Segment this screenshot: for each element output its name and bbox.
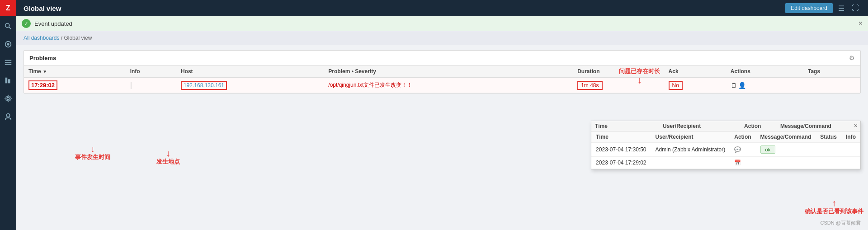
host-value[interactable]: 192.168.130.161 (181, 81, 227, 90)
popup-user-col: User/Recipient (663, 123, 744, 129)
popup-action-col: Action (744, 123, 780, 129)
cell-host: 192.168.130.161 (176, 78, 324, 93)
popup-msg-col: Message/Command (780, 123, 857, 129)
popup-header: Time User/Recipient Action Message/Comma… (591, 121, 860, 131)
sidebar-item-settings[interactable] (0, 90, 16, 107)
actions-table: Time User/Recipient Action Message/Comma… (591, 131, 860, 169)
message-action-icon[interactable]: 🗒 (731, 82, 737, 89)
action-time-1: 2023-07-04 17:30:50 (591, 143, 651, 157)
cell-info: | (126, 78, 176, 93)
problems-gear-icon[interactable]: ⚙ (849, 54, 855, 61)
main-content: Global view Edit dashboard ☰ ⛶ ✓ Event u… (16, 0, 868, 230)
annotation-confirm: ↑ 确认是否已看到该事件 (805, 198, 863, 216)
cell-actions[interactable]: 🗒 👤 (726, 78, 803, 93)
problems-table: Time ▼ Info Host Problem • Severity Dura… (24, 66, 860, 93)
time-value: 17:29:02 (28, 80, 57, 90)
col-problem-severity: Problem • Severity (324, 66, 573, 78)
action-msg-2 (756, 157, 816, 169)
action-time-2: 2023-07-04 17:29:02 (591, 157, 651, 169)
notification-bar: ✓ Event updated × (16, 16, 868, 31)
popup-col-time: Time (591, 131, 651, 143)
notification-close-button[interactable]: × (859, 19, 863, 28)
sidebar-item-monitor[interactable] (0, 36, 16, 52)
watermark: CSDN @百慕倾君 (821, 220, 861, 226)
popup-time-col: Time (595, 123, 663, 129)
popup-col-action: Action (730, 131, 755, 143)
problems-title: Problems (29, 55, 56, 61)
svg-point-3 (7, 43, 9, 45)
cell-ack: No (664, 78, 726, 93)
svg-rect-5 (5, 62, 11, 63)
col-ack: Ack (664, 66, 726, 78)
action-icon-2: 📅 (730, 157, 755, 169)
col-duration: Duration (573, 66, 664, 78)
action-user-1: Admin (Zabbix Administrator) (651, 143, 730, 157)
action-info-2 (841, 157, 860, 169)
popup-close-button[interactable]: × (854, 122, 858, 129)
cell-time: 17:29:02 (24, 78, 126, 93)
svg-point-0 (5, 23, 9, 28)
svg-rect-8 (8, 79, 10, 83)
notification-message: Event updated (34, 20, 72, 27)
edit-dashboard-button[interactable]: Edit dashboard (785, 3, 833, 13)
duration-value: 1m 48s (577, 81, 602, 90)
svg-rect-4 (5, 60, 11, 61)
col-time[interactable]: Time ▼ (24, 66, 126, 78)
action-btn-1[interactable]: ok (756, 143, 816, 157)
svg-rect-7 (5, 78, 8, 84)
col-actions: Actions (726, 66, 803, 78)
breadcrumb-current: Global view (64, 35, 92, 41)
popup-col-user: User/Recipient (651, 131, 730, 143)
breadcrumb: All dashboards / Global view (16, 31, 868, 45)
svg-rect-6 (5, 64, 11, 65)
cell-problem: /opt/qingjun.txt文件已发生改变！！ (324, 78, 573, 93)
content-area: Problems ⚙ Time ▼ Info Host Problem • Se… (16, 45, 868, 99)
popup-col-status: Status (816, 131, 841, 143)
cell-tags (803, 78, 860, 93)
action-icon-1: 💬 (730, 143, 755, 157)
fullscreen-icon[interactable]: ⛶ (850, 3, 861, 13)
page-title: Global view (24, 5, 61, 12)
logo-icon[interactable]: Z (0, 0, 16, 16)
problems-section: Problems ⚙ Time ▼ Info Host Problem • Se… (24, 50, 861, 94)
user-action-icon[interactable]: 👤 (738, 82, 746, 89)
action-info-1 (841, 143, 860, 157)
svg-line-1 (9, 27, 11, 29)
col-host: Host (176, 66, 324, 78)
hamburger-icon[interactable]: ☰ (836, 3, 846, 14)
sidebar-item-user[interactable] (0, 108, 16, 125)
action-status-2 (816, 157, 841, 169)
annotation-location: ↓ 发生地点 (156, 149, 180, 166)
popup-col-message: Message/Command (756, 131, 816, 143)
problems-header: Problems ⚙ (24, 51, 860, 66)
sidebar-item-reports[interactable] (0, 72, 16, 89)
action-user-2 (651, 157, 730, 169)
header-actions: Edit dashboard ☰ ⛶ (785, 3, 861, 14)
action-status-1 (816, 143, 841, 157)
table-row: 17:29:02 | 192.168.130.161 /opt/qingjun.… (24, 78, 860, 93)
top-header: Global view Edit dashboard ☰ ⛶ (16, 0, 868, 16)
sidebar: Z (0, 0, 16, 230)
action-row-1: 2023-07-04 17:30:50 Admin (Zabbix Admini… (591, 143, 860, 157)
svg-point-10 (6, 114, 9, 117)
ack-value: No (669, 81, 683, 90)
action-row-2: 2023-07-04 17:29:02 📅 (591, 157, 860, 169)
popup-col-info: Info (841, 131, 860, 143)
separator-icon: | (130, 81, 132, 89)
col-info: Info (126, 66, 176, 78)
svg-point-9 (7, 97, 9, 99)
sidebar-item-search[interactable] (0, 18, 16, 34)
success-icon: ✓ (22, 19, 31, 28)
annotation-event-time: ↓ 事件发生时间 (75, 144, 110, 161)
ok-button[interactable]: ok (760, 146, 776, 154)
actions-popup: Time User/Recipient Action Message/Comma… (591, 121, 861, 169)
col-tags: Tags (803, 66, 860, 78)
sidebar-item-menu[interactable] (0, 54, 16, 70)
cell-duration: 1m 48s (573, 78, 664, 93)
breadcrumb-all-dashboards[interactable]: All dashboards (24, 35, 59, 41)
